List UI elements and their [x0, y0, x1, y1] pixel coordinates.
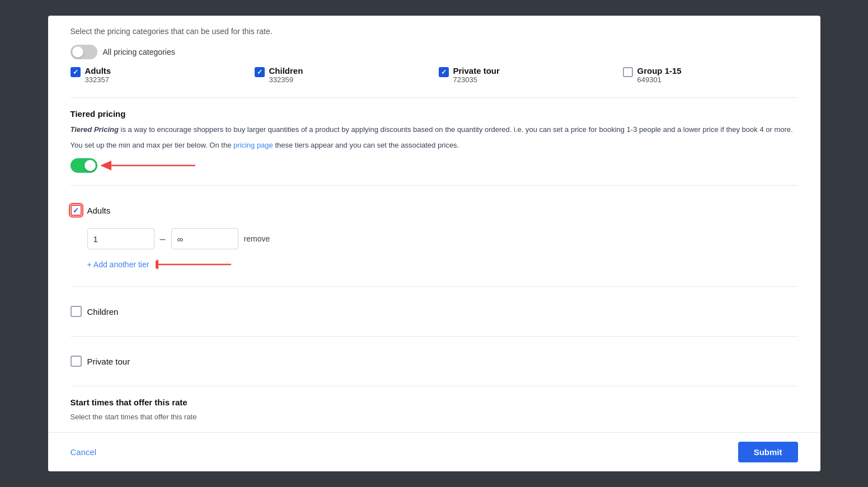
category-children-name: Children — [269, 66, 303, 75]
start-times-description: Select the start times that offer this r… — [71, 413, 798, 421]
category-group: Group 1-15 649301 — [623, 66, 798, 84]
tiered-pricing-desc2-suffix: these tiers appear and you can set the a… — [273, 141, 459, 149]
category-adults: Adults 332357 — [71, 66, 246, 84]
category-children-id: 332359 — [269, 75, 303, 84]
category-children-checkbox[interactable] — [255, 67, 265, 77]
category-private-tour-id: 723035 — [453, 75, 500, 84]
all-categories-toggle-slider — [71, 45, 97, 59]
all-categories-toggle[interactable] — [71, 45, 97, 59]
tier-children-header: Children — [71, 298, 798, 325]
tier-children-checkbox[interactable] — [71, 306, 82, 317]
tier-min-input[interactable] — [87, 228, 154, 249]
modal-dialog: Select the pricing categories that can b… — [48, 16, 820, 471]
pricing-categories-description: Select the pricing categories that can b… — [71, 27, 798, 36]
tier-private-tour-section: Private tour — [71, 348, 798, 375]
category-private-tour: Private tour 723035 — [439, 66, 614, 84]
tiered-pricing-title: Tiered pricing — [71, 109, 798, 119]
cancel-button[interactable]: Cancel — [71, 443, 97, 461]
arrow-svg — [109, 157, 198, 174]
add-tier-arrow-svg — [156, 256, 234, 273]
category-group-id: 649301 — [637, 75, 682, 84]
category-group-name: Group 1-15 — [637, 66, 682, 75]
modal-footer: Cancel Submit — [48, 432, 820, 471]
divider-4 — [71, 336, 798, 337]
pricing-page-link[interactable]: pricing page — [233, 141, 273, 149]
tiered-pricing-desc1-text: is a way to encourage shoppers to buy la… — [119, 125, 793, 134]
start-times-title: Start times that offer this rate — [71, 398, 798, 407]
submit-button[interactable]: Submit — [738, 442, 798, 462]
start-times-section: Start times that offer this rate Select … — [71, 398, 798, 421]
tier-children-label: Children — [87, 307, 119, 316]
category-children: Children 332359 — [255, 66, 430, 84]
tier-private-tour-header: Private tour — [71, 348, 798, 375]
tiered-pricing-desc2-prefix: You set up the min and max per tier belo… — [71, 141, 233, 149]
category-adults-checkbox[interactable] — [71, 67, 81, 77]
category-group-checkbox[interactable] — [623, 67, 633, 77]
tier-adults-label: Adults — [87, 206, 111, 215]
category-adults-id: 332357 — [85, 75, 111, 84]
tier-adults-header: Adults — [71, 197, 798, 224]
tier-adults-section: Adults – remove + Add another tier — [71, 197, 798, 275]
red-arrow-add-tier — [156, 256, 234, 275]
tiered-pricing-emphasis: Tiered Pricing — [71, 125, 119, 134]
divider-1 — [71, 97, 798, 98]
all-categories-toggle-row: All pricing categories — [71, 45, 798, 59]
tier-adults-row-1: – remove — [87, 228, 798, 249]
divider-5 — [71, 386, 798, 386]
modal-body: Select the pricing categories that can b… — [48, 16, 820, 432]
divider-2 — [71, 185, 798, 186]
red-arrow-toggle — [109, 157, 198, 174]
category-private-tour-name: Private tour — [453, 66, 500, 75]
tiered-pricing-toggle-slider — [71, 158, 97, 173]
category-adults-name: Adults — [85, 66, 111, 75]
pricing-categories-grid: Adults 332357 Children 332359 Private to… — [71, 66, 798, 84]
all-categories-label: All pricing categories — [103, 48, 175, 56]
tiered-pricing-desc2: You set up the min and max per tier belo… — [71, 140, 798, 151]
tiered-pricing-section: Tiered pricing Tiered Pricing is a way t… — [71, 109, 798, 386]
tier-adults-checkbox[interactable] — [71, 205, 82, 216]
tiered-pricing-desc1: Tiered Pricing is a way to encourage sho… — [71, 124, 798, 135]
tier-max-input[interactable] — [171, 228, 238, 249]
tier-private-tour-checkbox[interactable] — [71, 356, 82, 367]
tiered-pricing-toggle-row — [71, 157, 798, 174]
category-private-tour-checkbox[interactable] — [439, 67, 449, 77]
tier-remove-button[interactable]: remove — [244, 234, 270, 243]
tier-private-tour-label: Private tour — [87, 357, 130, 366]
tiered-pricing-toggle[interactable] — [71, 158, 97, 173]
add-tier-link[interactable]: + Add another tier — [87, 260, 149, 269]
divider-3 — [71, 286, 798, 287]
tier-dash: – — [160, 233, 166, 245]
tier-children-section: Children — [71, 298, 798, 325]
